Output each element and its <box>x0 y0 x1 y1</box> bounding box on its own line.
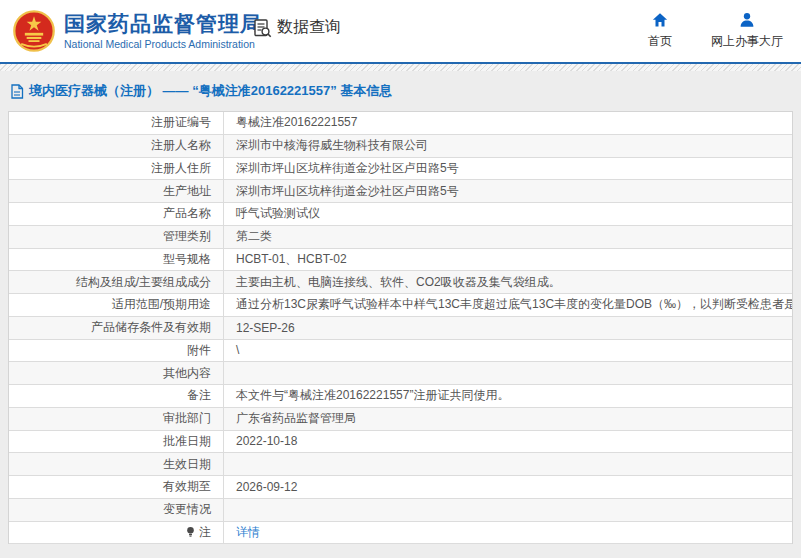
row-value: 第二类 <box>223 226 792 248</box>
brand-text: 国家药品监督管理局 National Medical Products Admi… <box>64 12 262 49</box>
header-nav: 首页 网上办事大厅 <box>643 11 783 50</box>
table-row: 产品名称 呼气试验测试仪 <box>9 203 792 226</box>
row-value: 12-SEP-26 <box>223 317 792 339</box>
row-value: 呼气试验测试仪 <box>223 203 792 225</box>
row-label: 型号规格 <box>9 249 223 271</box>
table-row: 适用范围/预期用途 通过分析13C尿素呼气试验样本中样气13C丰度超过底气13C… <box>9 294 792 317</box>
row-label: 变更情况 <box>9 499 223 521</box>
table-row: 其他内容 <box>9 362 792 385</box>
row-label: 其他内容 <box>9 362 223 384</box>
row-value <box>223 453 792 475</box>
row-label: 注册人住所 <box>9 158 223 180</box>
person-icon <box>738 11 756 29</box>
row-value: 通过分析13C尿素呼气试验样本中样气13C丰度超过底气13C丰度的变化量DOB（… <box>223 294 792 316</box>
row-value: 深圳市中核海得威生物科技有限公司 <box>223 135 792 157</box>
row-label: 备注 <box>9 385 223 407</box>
nav-home[interactable]: 首页 <box>643 11 677 50</box>
site-title: 国家药品监督管理局 <box>64 12 262 36</box>
row-label: 管理类别 <box>9 226 223 248</box>
table-row: 注册证编号 粤械注准20162221557 <box>9 112 792 135</box>
breadcrumb-text: 境内医疗器械（注册） —— “粤械注准20162221557” 基本信息 <box>29 82 392 100</box>
data-query-module[interactable]: 数据查询 <box>252 17 341 38</box>
row-label: 批准日期 <box>9 431 223 453</box>
row-label: 附件 <box>9 340 223 362</box>
breadcrumb: 境内医疗器械（注册） —— “粤械注准20162221557” 基本信息 <box>0 71 801 111</box>
table-row: 注 详情 <box>9 522 792 545</box>
nmpa-emblem-logo <box>12 9 56 53</box>
note-bulb-icon <box>185 526 196 538</box>
table-row: 生产地址 深圳市坪山区坑梓街道金沙社区卢田路5号 <box>9 180 792 203</box>
site-subtitle: National Medical Products Administration <box>64 38 262 50</box>
home-icon <box>651 11 669 29</box>
row-value: 本文件与“粤械注准20162221557”注册证共同使用。 <box>223 385 792 407</box>
row-value: 2026-09-12 <box>223 476 792 498</box>
nav-home-label: 首页 <box>648 33 672 50</box>
row-value: 深圳市坪山区坑梓街道金沙社区卢田路5号 <box>223 180 792 202</box>
row-label: 产品储存条件及有效期 <box>9 317 223 339</box>
table-row: 产品储存条件及有效期 12-SEP-26 <box>9 317 792 340</box>
table-row: 附件 \ <box>9 340 792 363</box>
table-row: 注册人名称 深圳市中核海得威生物科技有限公司 <box>9 135 792 158</box>
table-row: 批准日期 2022-10-18 <box>9 431 792 454</box>
nav-service-hall[interactable]: 网上办事大厅 <box>711 11 783 50</box>
table-row: 有效期至 2026-09-12 <box>9 476 792 499</box>
row-value: 深圳市坪山区坑梓街道金沙社区卢田路5号 <box>223 158 792 180</box>
table-row: 备注 本文件与“粤械注准20162221557”注册证共同使用。 <box>9 385 792 408</box>
row-value: 广东省药品监督管理局 <box>223 408 792 430</box>
row-value: \ <box>223 340 792 362</box>
row-label: 注册人名称 <box>9 135 223 157</box>
nav-service-hall-label: 网上办事大厅 <box>711 33 783 50</box>
table-row: 变更情况 <box>9 499 792 522</box>
row-label: 注册证编号 <box>9 112 223 134</box>
row-value: 2022-10-18 <box>223 431 792 453</box>
row-value <box>223 362 792 384</box>
data-query-label: 数据查询 <box>277 17 341 38</box>
table-row: 结构及组成/主要组成成分 主要由主机、电脑连接线、软件、CO2吸收器及集气袋组成… <box>9 271 792 294</box>
site-header: 国家药品监督管理局 National Medical Products Admi… <box>0 0 801 62</box>
table-row: 注册人住所 深圳市坪山区坑梓街道金沙社区卢田路5号 <box>9 158 792 181</box>
row-label: 有效期至 <box>9 476 223 498</box>
row-label: 适用范围/预期用途 <box>9 294 223 316</box>
row-value <box>223 499 792 521</box>
row-label: 结构及组成/主要组成成分 <box>9 271 223 293</box>
detail-link[interactable]: 详情 <box>236 524 260 541</box>
row-value: 主要由主机、电脑连接线、软件、CO2吸收器及集气袋组成。 <box>223 271 792 293</box>
row-value: 详情 <box>223 522 792 544</box>
row-label: 生效日期 <box>9 453 223 475</box>
row-value: 粤械注准20162221557 <box>223 112 792 134</box>
table-row: 审批部门 广东省药品监督管理局 <box>9 408 792 431</box>
row-label: 注 <box>9 522 223 544</box>
table-row: 管理类别 第二类 <box>9 226 792 249</box>
content-area: 境内医疗器械（注册） —— “粤械注准20162221557” 基本信息 注册证… <box>0 71 801 558</box>
row-value: HCBT-01、HCBT-02 <box>223 249 792 271</box>
table-row: 生效日期 <box>9 453 792 476</box>
brand: 国家药品监督管理局 National Medical Products Admi… <box>12 9 262 53</box>
row-label: 生产地址 <box>9 180 223 202</box>
table-row: 型号规格 HCBT-01、HCBT-02 <box>9 249 792 272</box>
registration-info-table: 注册证编号 粤械注准20162221557 注册人名称 深圳市中核海得威生物科技… <box>8 111 793 544</box>
row-label: 产品名称 <box>9 203 223 225</box>
hatch-stripe-band <box>0 64 801 71</box>
document-icon <box>10 84 24 99</box>
data-query-icon <box>252 18 272 38</box>
row-label: 审批部门 <box>9 408 223 430</box>
